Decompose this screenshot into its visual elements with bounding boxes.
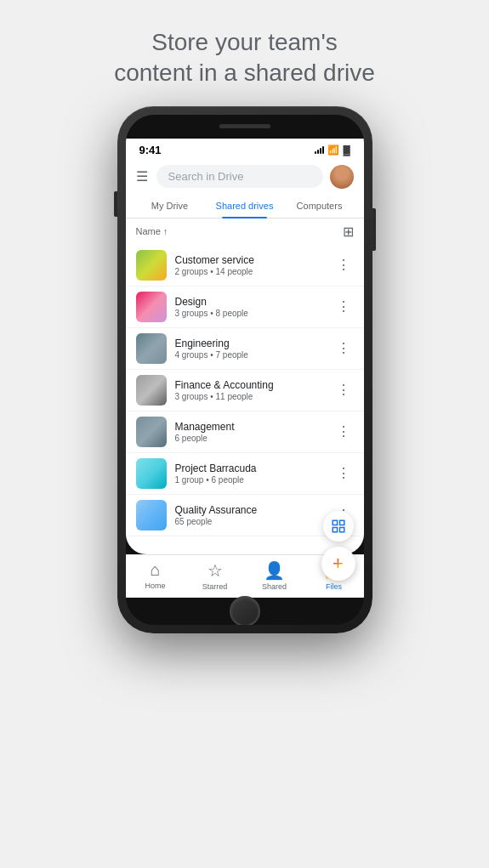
drive-item-icon: [136, 500, 167, 530]
avatar-image: [330, 165, 354, 189]
drive-item-name: Management: [175, 421, 333, 433]
drive-item-icon: [136, 292, 167, 322]
drive-item-meta: 2 groups • 14 people: [175, 267, 333, 276]
nav-icon-home: ⌂: [150, 560, 160, 580]
more-options-icon[interactable]: ⋮: [333, 253, 354, 276]
nav-item-starred[interactable]: ☆Starred: [185, 560, 245, 591]
drive-item-info: Project Barracuda 1 group • 6 people: [175, 462, 333, 485]
nav-label-shared: Shared: [262, 582, 287, 591]
drive-list-item[interactable]: Project Barracuda 1 group • 6 people ⋮: [126, 453, 364, 495]
svg-rect-1: [339, 520, 344, 525]
hamburger-icon[interactable]: ☰: [136, 168, 148, 184]
nav-label-starred: Starred: [202, 582, 228, 591]
search-placeholder: Search in Drive: [168, 170, 244, 183]
drive-item-icon: [136, 250, 167, 281]
drive-item-meta: 4 groups • 7 people: [175, 350, 333, 360]
more-options-icon[interactable]: ⋮: [333, 295, 354, 318]
drive-item-name: Engineering: [175, 338, 333, 349]
nav-item-shared[interactable]: 👤Shared: [245, 560, 304, 591]
nav-label-home: Home: [145, 582, 165, 590]
drive-item-icon: [136, 458, 167, 489]
avatar[interactable]: [330, 165, 354, 189]
more-options-icon[interactable]: ⋮: [333, 337, 354, 360]
headline-line2: content in a shared drive: [114, 60, 375, 86]
tab-shared-drives[interactable]: Shared drives: [208, 194, 282, 218]
phone-device: 9:41 📶 ▓ ☰ Search in Drive: [117, 106, 372, 633]
home-button[interactable]: [230, 596, 260, 625]
drive-item-meta: 65 people: [175, 517, 333, 526]
drive-item-meta: 3 groups • 8 people: [175, 309, 333, 318]
drive-item-meta: 6 people: [175, 434, 333, 443]
drive-item-name: Project Barracuda: [175, 462, 333, 474]
phone-top-bar: [126, 115, 364, 139]
drive-list-item[interactable]: Engineering 4 groups • 7 people ⋮: [126, 328, 364, 370]
headline: Store your team's content in a shared dr…: [80, 27, 409, 89]
drive-list: Customer service 2 groups • 14 people ⋮ …: [126, 245, 364, 554]
more-options-icon[interactable]: ⋮: [333, 420, 354, 443]
drive-item-name: Design: [175, 296, 333, 308]
wifi-icon: 📶: [327, 145, 339, 156]
drive-item-icon: [136, 333, 167, 364]
drive-item-name: Quality Assurance: [175, 504, 333, 516]
speaker: [219, 124, 270, 128]
drive-item-meta: 1 group • 6 people: [175, 475, 333, 485]
screen-content: 9:41 📶 ▓ ☰ Search in Drive: [126, 139, 364, 554]
sort-label[interactable]: Name ↑: [136, 226, 168, 236]
search-bar: ☰ Search in Drive: [126, 160, 364, 194]
drive-list-item[interactable]: Design 3 groups • 8 people ⋮: [126, 286, 364, 328]
drive-item-info: Engineering 4 groups • 7 people: [175, 338, 333, 360]
fab-area: +: [321, 511, 355, 581]
drive-item-info: Design 3 groups • 8 people: [175, 296, 333, 318]
headline-line1: Store your team's: [151, 29, 338, 55]
drive-item-info: Quality Assurance 65 people: [175, 504, 333, 526]
drive-item-name: Finance & Accounting: [175, 379, 333, 391]
nav-label-files: Files: [326, 582, 342, 591]
drive-list-item[interactable]: Customer service 2 groups • 14 people ⋮: [126, 245, 364, 286]
drive-item-meta: 3 groups • 11 people: [175, 392, 333, 401]
sort-name: Name: [136, 226, 161, 236]
drive-item-info: Management 6 people: [175, 421, 333, 443]
add-icon: +: [333, 553, 344, 575]
tab-my-drive[interactable]: My Drive: [133, 194, 208, 218]
grid-view-icon[interactable]: ⊞: [343, 224, 354, 240]
list-header: Name ↑ ⊞: [126, 218, 364, 245]
drive-item-name: Customer service: [175, 254, 333, 266]
nav-item-home[interactable]: ⌂Home: [126, 560, 185, 591]
nav-icon-starred: ☆: [208, 560, 223, 581]
svg-rect-0: [333, 520, 337, 525]
tab-computers[interactable]: Computers: [282, 194, 357, 218]
tabs-bar: My Drive Shared drives Computers: [126, 194, 364, 218]
svg-rect-3: [333, 527, 337, 531]
add-fab-button[interactable]: +: [321, 547, 355, 581]
search-input-area[interactable]: Search in Drive: [156, 165, 323, 188]
drive-item-icon: [136, 375, 167, 406]
drive-list-item[interactable]: Management 6 people ⋮: [126, 411, 364, 453]
more-options-icon[interactable]: ⋮: [333, 462, 354, 485]
drive-item-icon: [136, 417, 167, 447]
phone-screen: 9:41 📶 ▓ ☰ Search in Drive: [126, 115, 364, 625]
nav-icon-shared: 👤: [264, 560, 285, 581]
svg-rect-2: [339, 527, 344, 531]
more-options-icon[interactable]: ⋮: [333, 378, 354, 401]
scan-fab-button[interactable]: [323, 511, 354, 542]
drive-item-info: Finance & Accounting 3 groups • 11 peopl…: [175, 379, 333, 401]
signal-icon: [315, 145, 324, 154]
status-icons: 📶 ▓: [315, 145, 350, 156]
phone-bottom-bar: [126, 598, 364, 625]
sort-arrow: ↑: [163, 226, 168, 236]
battery-icon: ▓: [343, 145, 350, 155]
drive-item-info: Customer service 2 groups • 14 people: [175, 254, 333, 276]
status-time: 9:41: [139, 144, 162, 156]
drive-list-item[interactable]: Finance & Accounting 3 groups • 11 peopl…: [126, 370, 364, 411]
status-bar: 9:41 📶 ▓: [126, 139, 364, 160]
